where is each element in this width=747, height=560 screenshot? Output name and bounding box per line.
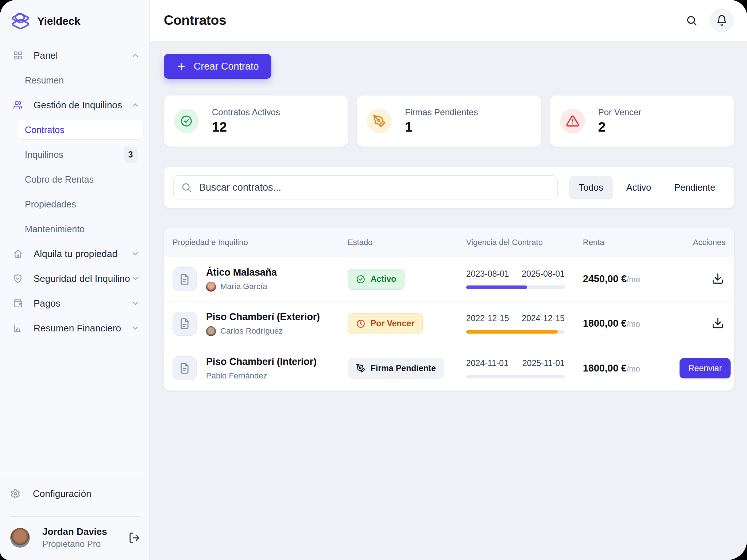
stat-label: Contratos Activos bbox=[212, 107, 280, 117]
create-contract-button[interactable]: Crear Contrato bbox=[164, 54, 271, 79]
sidebar-item-resumen-financiero[interactable]: Resumen Financiero bbox=[0, 319, 149, 338]
tenant-name: Pablo Fernández bbox=[206, 371, 267, 381]
chevron-down-icon bbox=[131, 249, 140, 258]
sidebar-item-label: Pagos bbox=[34, 298, 131, 309]
property-name: Piso Chamberí (Interior) bbox=[206, 356, 317, 368]
document-icon bbox=[173, 267, 197, 291]
rent-amount: 1800,00 €/mo bbox=[583, 363, 680, 374]
stat-label: Por Vencer bbox=[598, 107, 642, 117]
create-contract-label: Crear Contrato bbox=[194, 61, 259, 72]
column-header: Acciones bbox=[680, 238, 725, 247]
sidebar-item-configuracion[interactable]: Configuración bbox=[10, 483, 140, 504]
pen-nib-icon bbox=[356, 363, 365, 373]
status-badge-activo: Activo bbox=[348, 269, 405, 290]
download-icon[interactable] bbox=[712, 317, 725, 331]
sidebar-item-label: Inquilinos bbox=[25, 149, 124, 160]
sidebar-item-resumen[interactable]: Resumen bbox=[0, 71, 149, 90]
chevron-up-icon bbox=[131, 51, 140, 60]
contract-end-date: 2025-11-01 bbox=[522, 358, 565, 368]
sidebar-item-label: Configuración bbox=[33, 488, 91, 499]
stat-value: 12 bbox=[212, 120, 280, 135]
filter-tab-pendiente[interactable]: Pendiente bbox=[665, 176, 725, 199]
table-row: Piso Chamberí (Exterior) Carlos Rodrígue… bbox=[164, 302, 734, 346]
property-name: Piso Chamberí (Exterior) bbox=[206, 311, 320, 323]
sidebar-item-propiedades[interactable]: Propiedades bbox=[0, 195, 149, 214]
plus-icon bbox=[176, 61, 186, 71]
shield-check-icon bbox=[13, 274, 23, 283]
contract-progress-bar bbox=[466, 375, 565, 378]
stat-value: 1 bbox=[405, 120, 478, 135]
column-header: Vigencia del Contrato bbox=[466, 238, 583, 247]
tenant-name: Carlos Rodríguez bbox=[220, 326, 283, 336]
sidebar-item-label: Seguridad del Inquilino bbox=[34, 273, 131, 284]
topbar: Contratos bbox=[150, 0, 747, 41]
resend-button[interactable]: Reenviar bbox=[680, 358, 731, 378]
sidebar-item-cobro-de-rentas[interactable]: Cobro de Rentas bbox=[0, 170, 149, 189]
search-box[interactable] bbox=[173, 175, 558, 199]
contract-start-date: 2022-12-15 bbox=[466, 314, 509, 323]
user-profile[interactable]: Jordan Davies Propietario Pro bbox=[10, 526, 140, 549]
sidebar-item-pagos[interactable]: Pagos bbox=[0, 294, 149, 313]
home-icon bbox=[13, 249, 23, 258]
rent-amount: 2450,00 €/mo bbox=[583, 273, 680, 285]
page-title: Contratos bbox=[164, 13, 684, 28]
sidebar-item-alquila-tu-propiedad[interactable]: Alquila tu propiedad bbox=[0, 244, 149, 263]
table-header: Propiedad e Inquilino Estado Vigencia de… bbox=[164, 228, 734, 257]
app-window: Yieldeck Panel Resumen Gestión de Inquil… bbox=[0, 0, 747, 560]
search-icon[interactable] bbox=[684, 12, 700, 28]
sidebar-nav: Panel Resumen Gestión de Inquilinos Cont… bbox=[0, 46, 149, 338]
sidebar-item-seguridad-del-inquilino[interactable]: Seguridad del Inquilino bbox=[0, 269, 149, 288]
tenant-avatar bbox=[206, 282, 216, 292]
filter-tab-todos[interactable]: Todos bbox=[569, 176, 613, 199]
user-role: Propietario Pro bbox=[42, 539, 128, 549]
column-header: Renta bbox=[583, 238, 680, 247]
sidebar-item-label: Resumen bbox=[25, 75, 138, 86]
clock-icon bbox=[356, 319, 365, 328]
logo: Yieldeck bbox=[0, 0, 149, 31]
filter-tabs: Todos Activo Pendiente bbox=[569, 176, 725, 199]
sidebar-item-gestion-de-inquilinos[interactable]: Gestión de Inquilinos bbox=[0, 96, 149, 114]
gear-icon bbox=[10, 489, 20, 499]
sidebar-item-label: Contratos bbox=[25, 125, 138, 135]
column-header: Estado bbox=[348, 238, 466, 247]
chevron-down-icon bbox=[131, 299, 140, 308]
pen-nib-icon bbox=[367, 109, 392, 133]
sidebar-footer: Configuración Jordan Davies Propietario … bbox=[0, 473, 149, 560]
content: Crear Contrato Contratos Activos 12 bbox=[150, 41, 747, 390]
chevron-down-icon bbox=[131, 274, 140, 283]
sidebar-item-contratos[interactable]: Contratos bbox=[18, 120, 143, 139]
check-circle-icon bbox=[356, 275, 365, 284]
contract-start-date: 2024-11-01 bbox=[466, 358, 508, 368]
bell-icon bbox=[716, 15, 728, 26]
table-row: Ático Malasaña María García Activo bbox=[164, 257, 734, 302]
rent-amount: 1800,00 €/mo bbox=[583, 318, 680, 329]
bar-chart-icon bbox=[13, 323, 23, 333]
stat-label: Firmas Pendientes bbox=[405, 107, 478, 117]
avatar bbox=[10, 528, 30, 548]
stat-card-contratos-activos: Contratos Activos 12 bbox=[164, 96, 348, 147]
search-icon bbox=[181, 182, 192, 193]
yieldeck-logo-icon bbox=[10, 11, 31, 31]
filter-tab-activo[interactable]: Activo bbox=[617, 176, 661, 199]
column-header: Propiedad e Inquilino bbox=[173, 238, 348, 247]
logout-icon[interactable] bbox=[128, 532, 140, 544]
search-input[interactable] bbox=[198, 182, 550, 194]
check-circle-icon bbox=[174, 109, 199, 133]
sidebar-item-label: Resumen Financiero bbox=[34, 323, 131, 334]
contract-start-date: 2023-08-01 bbox=[466, 269, 509, 279]
sidebar-item-mantenimiento[interactable]: Mantenimiento bbox=[0, 219, 149, 238]
download-icon[interactable] bbox=[712, 272, 725, 286]
user-name: Jordan Davies bbox=[42, 526, 128, 537]
sidebar-item-label: Propiedades bbox=[25, 199, 138, 210]
sidebar-item-panel[interactable]: Panel bbox=[0, 46, 149, 65]
tenant-name: María García bbox=[220, 282, 267, 291]
sidebar-item-label: Alquila tu propiedad bbox=[34, 248, 131, 260]
contracts-table: Propiedad e Inquilino Estado Vigencia de… bbox=[164, 228, 734, 390]
status-badge-por-vencer: Por Vencer bbox=[348, 313, 423, 334]
notifications-button[interactable] bbox=[710, 8, 734, 32]
contract-end-date: 2025-08-01 bbox=[522, 269, 565, 279]
stats-row: Contratos Activos 12 Firmas Pendientes 1 bbox=[164, 96, 734, 147]
tenant-avatar bbox=[206, 326, 216, 336]
sidebar-item-inquilinos[interactable]: Inquilinos 3 bbox=[0, 145, 149, 164]
chevron-up-icon bbox=[131, 101, 140, 109]
